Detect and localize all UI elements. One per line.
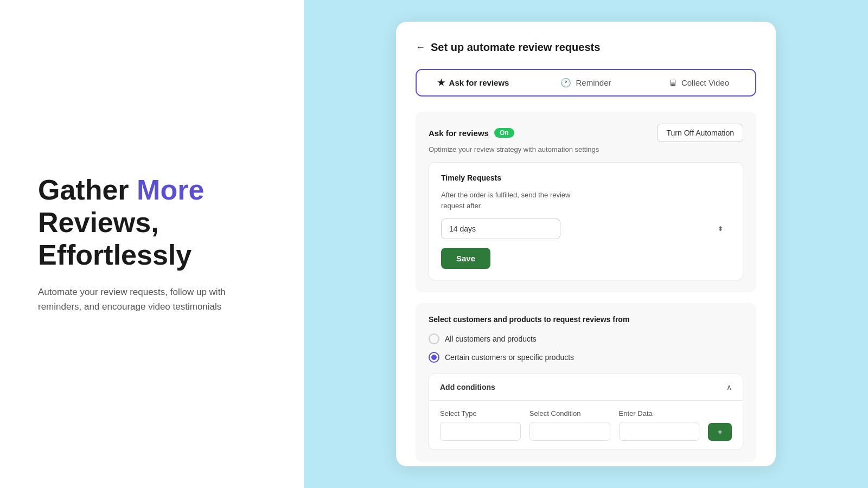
back-header: ← Set up automate review requests [416, 41, 756, 54]
section-title-row: Ask for reviews On [429, 128, 514, 138]
conditions-col-condition: Select Condition [529, 409, 610, 441]
page-title: Set up automate review requests [431, 41, 600, 54]
tab-ask-label: Ask for reviews [449, 78, 509, 87]
select-type-input[interactable] [440, 422, 521, 441]
main-card: ← Set up automate review requests ★ Ask … [396, 22, 776, 466]
conditions-columns: Select Type Select Condition [440, 401, 732, 441]
add-condition-wrapper: + [708, 409, 732, 441]
turn-off-automation-button[interactable]: Turn Off Automation [657, 124, 743, 142]
conditions-body: Select Type Select Condition [429, 400, 743, 450]
on-badge: On [494, 128, 514, 138]
timely-requests-title: Timely Requests [441, 174, 731, 182]
radio-all-circle [429, 333, 439, 344]
col-condition-label: Select Condition [529, 409, 610, 418]
col-data-label: Enter Data [619, 409, 700, 418]
ask-section-description: Optimize your review strategy with autom… [429, 145, 743, 153]
days-select[interactable]: 1 day 3 days 7 days 14 days 30 days [441, 219, 560, 239]
timely-requests-description: After the order is fulfilled, send the r… [441, 190, 731, 211]
main-heading: Gather More Reviews, Effortlessly [38, 174, 266, 271]
timely-requests-card: Timely Requests After the order is fulfi… [429, 162, 743, 280]
star-icon: ★ [437, 78, 445, 88]
conditions-box: Add conditions ∧ Select Type Select Cond… [429, 374, 743, 450]
radio-certain-label: Certain customers or specific products [445, 353, 574, 362]
select-condition-input[interactable] [529, 422, 610, 441]
left-panel: Gather More Reviews, Effortlessly Automa… [0, 0, 304, 488]
radio-certain-circle [429, 352, 439, 363]
back-arrow[interactable]: ← [416, 42, 425, 53]
tab-ask-reviews[interactable]: ★ Ask for reviews [417, 70, 529, 95]
select-customers-section: Select customers and products to request… [416, 303, 756, 462]
radio-all-label: All customers and products [445, 335, 537, 343]
conditions-title: Add conditions [440, 383, 495, 391]
chevron-up-icon: ∧ [726, 383, 732, 391]
section-header: Ask for reviews On Turn Off Automation [429, 124, 743, 142]
clock-icon: 🕐 [560, 78, 571, 88]
days-select-wrapper: 1 day 3 days 7 days 14 days 30 days ⬍ [441, 219, 731, 239]
radio-all-customers[interactable]: All customers and products [429, 333, 743, 344]
tab-reminder[interactable]: 🕐 Reminder [529, 70, 642, 95]
radio-group: All customers and products Certain custo… [429, 333, 743, 363]
tab-collect-video[interactable]: 🖥 Collect Video [642, 70, 755, 95]
conditions-col-type: Select Type [440, 409, 521, 441]
tab-collect-video-label: Collect Video [681, 78, 729, 87]
tab-reminder-label: Reminder [576, 78, 611, 87]
add-condition-button[interactable]: + [708, 423, 732, 441]
select-chevron-icon: ⬍ [718, 225, 723, 233]
main-description: Automate your review requests, follow up… [38, 285, 255, 314]
ask-section-title: Ask for reviews [429, 129, 489, 138]
conditions-header[interactable]: Add conditions ∧ [429, 374, 743, 400]
col-type-label: Select Type [440, 409, 521, 418]
right-panel: ← Set up automate review requests ★ Ask … [304, 0, 868, 488]
conditions-col-data: Enter Data [619, 409, 700, 441]
ask-for-reviews-section: Ask for reviews On Turn Off Automation O… [416, 112, 756, 292]
select-customers-title: Select customers and products to request… [429, 315, 743, 324]
radio-certain-customers[interactable]: Certain customers or specific products [429, 352, 743, 363]
video-icon: 🖥 [668, 78, 677, 88]
save-button[interactable]: Save [441, 248, 490, 269]
enter-data-input[interactable] [619, 422, 700, 441]
tabs-container: ★ Ask for reviews 🕐 Reminder 🖥 Collect V… [416, 69, 756, 97]
